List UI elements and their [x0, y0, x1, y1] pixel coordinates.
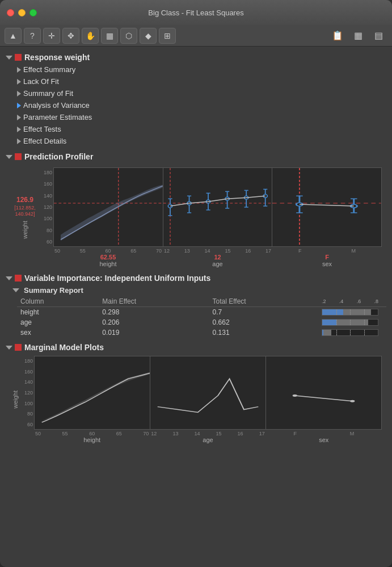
- mmp-container: weight 180 160 140 120 100 80 60: [6, 354, 386, 446]
- col-header-total-effect: Total Effect: [209, 296, 318, 307]
- window-title: Big Class - Fit Least Squares: [148, 9, 243, 17]
- prediction-profiler-header[interactable]: Prediction Profiler: [6, 150, 386, 163]
- parameter-estimates-header[interactable]: Parameter Estimates: [17, 111, 386, 123]
- effect-tests-label: Effect Tests: [23, 125, 61, 133]
- svg-point-45: [350, 400, 355, 402]
- minimize-button[interactable]: [18, 9, 26, 16]
- effect-details-header[interactable]: Effect Details: [17, 135, 386, 147]
- col-header-bar: .2 .4 .6 .8: [318, 296, 386, 307]
- mmp-expand-icon: [6, 346, 12, 350]
- effect-details-container: Effect Details: [6, 135, 386, 147]
- mmp-age-xaxis: 12 13 14 15 16 17 age: [150, 430, 265, 443]
- row-total-effect-sex: 0.131: [209, 327, 318, 338]
- mmp-sex-name: sex: [319, 436, 328, 443]
- variable-importance-header[interactable]: Variable Importance: Independent Uniform…: [6, 272, 386, 284]
- col-header-main-effect: Main Effect: [99, 296, 209, 307]
- lack-of-fit-container: Lack Of Fit: [6, 75, 386, 87]
- marginal-model-plots-header[interactable]: Marginal Model Plots: [6, 341, 386, 354]
- cursor-tool[interactable]: ▲: [5, 28, 22, 44]
- summary-of-fit-header[interactable]: Summary of Fit: [17, 87, 386, 99]
- lack-of-fit-arrow-icon: [17, 79, 21, 85]
- sex-selected-value: F: [325, 254, 329, 261]
- svg-rect-43: [266, 356, 381, 429]
- help-tool[interactable]: ?: [24, 28, 41, 44]
- variable-importance-red-square-icon: [15, 275, 22, 282]
- expand-arrow-icon: [6, 56, 12, 60]
- height-chart[interactable]: [54, 168, 163, 246]
- maximize-button[interactable]: [29, 9, 37, 16]
- grid-button[interactable]: ▤: [369, 28, 387, 44]
- prediction-profiler-label: Prediction Profiler: [24, 152, 93, 161]
- lack-of-fit-label: Lack Of Fit: [23, 77, 59, 86]
- profiler-charts-area: 180 160 140 120 100 80 60: [40, 167, 382, 267]
- summary-report-header[interactable]: Summary Report: [12, 284, 386, 296]
- effect-tests-arrow-icon: [17, 127, 21, 132]
- row-main-effect-age: 0.206: [99, 317, 209, 327]
- summary-of-fit-arrow-icon: [17, 91, 21, 96]
- mmp-ylabel: weight: [12, 390, 19, 409]
- profiler-ylabel: weight: [22, 221, 28, 239]
- mmp-height-name: height: [83, 436, 100, 443]
- table-row: sex 0.019 0.131: [17, 327, 386, 338]
- mmp-age-name: age: [203, 436, 213, 443]
- crosshair-tool[interactable]: ✛: [43, 28, 60, 44]
- move-tool[interactable]: ✥: [62, 28, 79, 44]
- sex-xaxis: F M F sex: [272, 247, 382, 267]
- effect-tests-header[interactable]: Effect Tests: [17, 123, 386, 135]
- mmp-inner: weight 180 160 140 120 100 80 60: [10, 356, 382, 443]
- mmp-red-square-icon: [15, 344, 22, 351]
- brush-tool[interactable]: ▦: [101, 28, 118, 44]
- mmp-age-chart[interactable]: [150, 356, 266, 429]
- parameter-estimates-label: Parameter Estimates: [23, 113, 92, 121]
- profiler-charts-row: [53, 167, 382, 247]
- analysis-of-variance-header[interactable]: Analysis of Variance: [17, 99, 386, 111]
- profiler-ci: [112.852, 140.942]: [12, 205, 37, 217]
- height-xaxis: 50 55 60 65 70 62.55 height: [53, 247, 163, 267]
- row-column-height: height: [17, 307, 99, 318]
- lasso-tool[interactable]: ⬡: [120, 28, 137, 44]
- effect-summary-label: Effect Summary: [23, 65, 75, 74]
- height-tick-labels: 50 55 60 65 70: [53, 248, 163, 254]
- mmp-height-xaxis: 50 55 60 65 70 height: [34, 430, 150, 443]
- variable-importance-expand-icon: [6, 276, 12, 280]
- toolbar-right: 📋 ▦ ▤: [328, 28, 387, 44]
- effect-summary-header[interactable]: Effect Summary: [17, 64, 386, 75]
- effect-details-arrow-icon: [17, 138, 21, 144]
- sex-chart[interactable]: [272, 168, 381, 246]
- profiler-value: 126.9: [16, 196, 33, 204]
- mmp-sex-chart[interactable]: [266, 356, 381, 429]
- mmp-charts-with-yaxis: 180 160 140 120 100 80 60: [20, 356, 382, 430]
- response-weight-header[interactable]: Response weight: [6, 51, 386, 64]
- profiler-yaxis-labels: 180 160 140 120 100 80 60: [40, 167, 53, 247]
- col-header-column: Column: [17, 296, 99, 307]
- summary-report-expand-icon: [12, 288, 19, 292]
- age-xaxis: 12 13 14 15 16 17 12 age: [163, 247, 272, 267]
- parameter-estimates-container: Parameter Estimates: [6, 111, 386, 123]
- red-square-icon: [15, 54, 22, 61]
- age-tick-labels: 12 13 14 15 16 17: [163, 248, 272, 254]
- titlebar: Big Class - Fit Least Squares: [0, 0, 392, 25]
- hand-tool[interactable]: ✋: [82, 28, 99, 44]
- probe-tool[interactable]: ◆: [140, 28, 157, 44]
- age-chart[interactable]: [163, 168, 273, 246]
- mmp-ylabel-area: weight: [10, 356, 20, 443]
- lack-of-fit-header[interactable]: Lack Of Fit: [17, 75, 386, 87]
- row-bar-age: [318, 317, 386, 327]
- age-selected-value: 12: [214, 254, 221, 261]
- row-main-effect-height: 0.298: [99, 307, 209, 318]
- table-row: height 0.298 0.7: [17, 307, 386, 318]
- formula-tool[interactable]: ⊞: [159, 28, 176, 44]
- mmp-xaxis-row: 50 55 60 65 70 height 12 13: [20, 430, 382, 443]
- svg-rect-3: [163, 168, 272, 246]
- table-button[interactable]: ▦: [349, 28, 367, 44]
- row-bar-height: [318, 307, 386, 318]
- row-total-effect-height: 0.7: [209, 307, 318, 318]
- summary-report-table-container: Column Main Effect Total Effect .2 .4 .6…: [12, 296, 386, 338]
- mmp-height-chart[interactable]: [35, 356, 150, 429]
- analysis-of-variance-arrow-icon: [17, 103, 21, 108]
- summary-report-table: Column Main Effect Total Effect .2 .4 .6…: [17, 296, 386, 338]
- script-button[interactable]: 📋: [328, 28, 347, 44]
- close-button[interactable]: [7, 9, 14, 16]
- variable-importance-label: Variable Importance: Independent Uniform…: [24, 274, 210, 283]
- profiler-container: 126.9 [112.852, 140.942] weight 180 160 …: [6, 165, 386, 270]
